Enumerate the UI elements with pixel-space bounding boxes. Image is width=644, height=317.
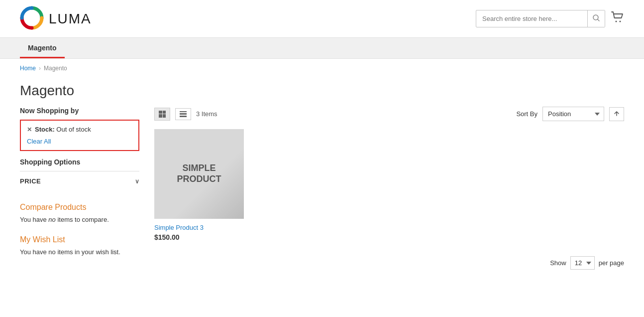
- svg-point-4: [620, 20, 621, 22]
- svg-point-3: [616, 20, 617, 22]
- price-filter-chevron: ∨: [135, 178, 140, 185]
- footer-toolbar: Show 12 24 36 per page: [154, 251, 624, 270]
- breadcrumb-current: Magento: [44, 65, 67, 72]
- sort-order-button[interactable]: [609, 107, 624, 121]
- product-name[interactable]: Simple Product 3: [154, 224, 244, 231]
- compare-text: You have no items to compare.: [20, 216, 139, 223]
- nav-item-magento[interactable]: Magento: [20, 38, 65, 58]
- search-button[interactable]: [587, 10, 605, 27]
- price-filter-section: PRICE ∨: [20, 171, 139, 191]
- toolbar-left: 3 Items: [154, 108, 217, 121]
- sort-select[interactable]: Position Product Name Price: [542, 107, 604, 121]
- filter-item: ✕ Stock: Out of stock: [27, 126, 132, 133]
- breadcrumb-home[interactable]: Home: [20, 65, 36, 72]
- product-card[interactable]: SIMPLEPRODUCT Simple Product 3 $150.00: [154, 129, 244, 241]
- filter-remove-button[interactable]: ✕: [27, 126, 32, 133]
- view-grid-button[interactable]: [154, 108, 170, 121]
- product-image-wrapper: SIMPLEPRODUCT: [154, 129, 244, 219]
- logo-icon: [20, 6, 44, 31]
- product-grid: SIMPLEPRODUCT Simple Product 3 $150.00: [154, 129, 624, 241]
- breadcrumb-separator: ›: [39, 65, 41, 72]
- price-filter-header[interactable]: PRICE ∨: [20, 177, 139, 185]
- view-list-button[interactable]: [175, 108, 191, 120]
- product-area: 3 Items Sort By Position Product Name Pr…: [154, 107, 624, 270]
- nav-bar: Magento: [0, 38, 644, 59]
- grid-4-icon: [159, 111, 166, 118]
- per-page-label: per page: [599, 259, 624, 267]
- compare-products-section: Compare Products You have no items to co…: [20, 203, 139, 223]
- item-count: 3 Items: [196, 110, 217, 118]
- product-price: $150.00: [154, 233, 180, 241]
- product-image-text: SIMPLEPRODUCT: [172, 158, 226, 189]
- svg-line-2: [598, 19, 599, 21]
- breadcrumb: Home › Magento: [0, 59, 644, 78]
- price-filter-label: PRICE: [20, 177, 41, 185]
- clear-all-link[interactable]: Clear All: [27, 138, 51, 145]
- toolbar: 3 Items Sort By Position Product Name Pr…: [154, 107, 624, 121]
- logo-text: LUMA: [49, 11, 92, 27]
- search-input[interactable]: [476, 11, 587, 26]
- list-icon: [180, 111, 187, 117]
- per-page-select[interactable]: 12 24 36: [570, 256, 595, 270]
- wishlist-title: My Wish List: [20, 235, 139, 244]
- active-filter-box: ✕ Stock: Out of stock Clear All: [20, 120, 139, 151]
- toolbar-right: Sort By Position Product Name Price: [516, 107, 624, 121]
- product-image-placeholder: SIMPLEPRODUCT: [154, 129, 244, 219]
- page-title: Magento: [0, 78, 644, 107]
- main-container: Now Shopping by ✕ Stock: Out of stock Cl…: [0, 107, 644, 290]
- show-label: Show: [550, 259, 566, 267]
- logo-area: LUMA: [20, 6, 92, 31]
- now-shopping-label: Now Shopping by: [20, 107, 139, 115]
- shopping-options-title: Shopping Options: [20, 158, 139, 166]
- filter-label: Stock: Out of stock: [35, 126, 91, 133]
- wishlist-section: My Wish List You have no items in your w…: [20, 235, 139, 256]
- site-header: LUMA: [0, 0, 644, 38]
- cart-button[interactable]: [611, 11, 624, 26]
- sidebar: Now Shopping by ✕ Stock: Out of stock Cl…: [20, 107, 139, 270]
- search-bar: [476, 10, 605, 27]
- wishlist-text: You have no items in your wish list.: [20, 248, 139, 256]
- sort-by-label: Sort By: [516, 110, 537, 118]
- header-right: [476, 10, 624, 27]
- compare-products-title: Compare Products: [20, 203, 139, 212]
